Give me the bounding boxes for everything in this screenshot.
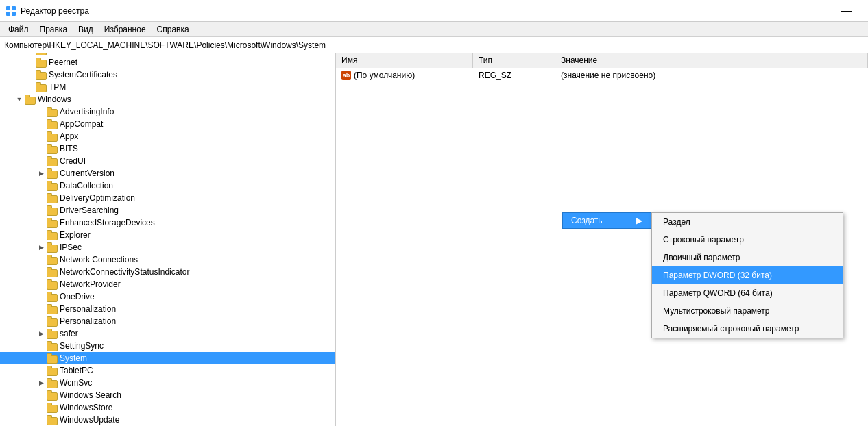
tree-item-onedrive[interactable]: OneDrive — [0, 290, 335, 303]
value-type: REG_SZ — [473, 69, 555, 82]
tree-arrow-networkconn — [36, 253, 47, 266]
tree-label-networkconn: Network Connections — [60, 255, 138, 264]
tree-item-netconnstatus[interactable]: NetworkConnectivityStatusIndicator — [0, 266, 335, 278]
tree-arrow-winupdate — [36, 414, 47, 426]
tree-item-adinfo[interactable]: AdvertisingInfo — [0, 105, 335, 118]
tree-arrow-netconnstatus — [36, 266, 47, 278]
address-bar: Компьютер\HKEY_LOCAL_MACHINE\SOFTWARE\Po… — [0, 37, 868, 53]
tree-arrow-tabletpc — [36, 364, 47, 377]
window-controls: — — [831, 0, 863, 22]
tree-label-deliveryopt: DeliveryOptimization — [60, 193, 135, 203]
tree-item-safer[interactable]: ▶safer — [0, 327, 335, 340]
minimize-button[interactable]: — — [831, 0, 863, 22]
tree-item-explorer[interactable]: Explorer — [0, 229, 335, 241]
tree-arrow-adinfo — [36, 105, 47, 118]
create-menu-item[interactable]: Создать ▶ — [562, 212, 651, 229]
tree-label-safer: safer — [60, 329, 78, 338]
menu-item-избранное[interactable]: Избранное — [99, 23, 152, 36]
folder-icon-personalization2 — [47, 316, 58, 326]
tree-item-personalization2[interactable]: Personalization — [0, 315, 335, 327]
folder-icon-currentversion — [47, 168, 58, 178]
menu-item-вид[interactable]: Вид — [73, 23, 99, 36]
tree-item-bits[interactable]: BITS — [0, 142, 335, 155]
tree-label-tpm: TPM — [49, 82, 66, 92]
tree-item-tpm[interactable]: TPM — [0, 81, 335, 93]
tree-item-wcmsvc[interactable]: ▶WcmSvc — [0, 377, 335, 389]
folder-icon-enhancedstorage — [47, 218, 58, 227]
tree-item-datacollection[interactable]: DataCollection — [0, 179, 335, 192]
tree-arrow-appx — [36, 130, 47, 142]
tree-item-windows[interactable]: ▼Windows — [0, 93, 335, 105]
tree-label-windows: Windows — [38, 95, 71, 104]
tree-item-driversearch[interactable]: DriverSearching — [0, 204, 335, 216]
svg-rect-2 — [6, 12, 10, 16]
tree-label-driversearch: DriverSearching — [60, 205, 119, 215]
menu-item-справка[interactable]: Справка — [152, 23, 195, 36]
menu-item-правка[interactable]: Правка — [34, 23, 73, 36]
tree-label-systemcerts: SystemCertificates — [49, 70, 117, 79]
context-menu: Создать ▶ РазделСтроковый параметрДвоичн… — [562, 212, 651, 229]
tree-label-personalization1: Personalization — [60, 304, 116, 314]
tree-label-ipsec: IPSec — [60, 242, 82, 252]
tree-item-netprovider[interactable]: NetworkProvider — [0, 278, 335, 290]
tree-item-tabletpc[interactable]: TabletPC — [0, 364, 335, 377]
ctx-item-string[interactable]: Строковый параметр — [652, 231, 843, 249]
col-header-name: Имя — [336, 53, 473, 68]
tree-item-peernet[interactable]: Peernet — [0, 56, 335, 68]
tree-item-networkconn[interactable]: Network Connections — [0, 253, 335, 266]
ctx-item-dword32[interactable]: Параметр DWORD (32 бита) — [652, 266, 843, 284]
svg-rect-0 — [6, 6, 10, 10]
tree-arrow-explorer — [36, 229, 47, 241]
folder-icon-credui — [47, 156, 58, 166]
tree-item-appcompat[interactable]: AppCompat — [0, 118, 335, 130]
ctx-item-binary[interactable]: Двоичный параметр — [652, 249, 843, 266]
tree-item-deliveryopt[interactable]: DeliveryOptimization — [0, 192, 335, 204]
folder-icon-onedrive — [47, 292, 58, 301]
ctx-item-razdel[interactable]: Раздел — [652, 213, 843, 231]
menu-bar: ФайлПравкаВидИзбранноеСправка — [0, 22, 868, 37]
tree-item-system[interactable]: System — [0, 352, 335, 364]
folder-icon-driversearch — [47, 205, 58, 215]
folder-icon-wcmsvc — [47, 378, 58, 388]
svg-rect-3 — [12, 12, 16, 16]
tree-arrow-personalization1 — [36, 303, 47, 315]
tree-item-settingsync[interactable]: SettingSync — [0, 340, 335, 352]
tree-arrow-appcompat — [36, 118, 47, 130]
svg-rect-1 — [12, 6, 16, 10]
tree-label-appcompat: AppCompat — [60, 119, 103, 129]
folder-icon-networkconn — [47, 255, 58, 264]
tree-item-credui[interactable]: CredUI — [0, 155, 335, 167]
tree-arrow-winsearch — [36, 389, 47, 401]
tree-item-winupdate[interactable]: WindowsUpdate — [0, 414, 335, 426]
folder-icon-settingsync — [47, 341, 58, 351]
tree-item-enhancedstorage[interactable]: EnhancedStorageDevices — [0, 216, 335, 229]
tree-item-personalization1[interactable]: Personalization — [0, 303, 335, 315]
tree-item-ipsec[interactable]: ▶IPSec — [0, 241, 335, 253]
registry-tree[interactable]: PeerDistPeernetSystemCertificatesTPM▼Win… — [0, 53, 336, 426]
folder-icon-winstore — [47, 403, 58, 412]
tree-label-tabletpc: TabletPC — [60, 366, 93, 375]
tree-item-winstore[interactable]: WindowsStore — [0, 401, 335, 414]
title-bar: Редактор реестра — — [0, 0, 868, 22]
tree-label-settingsync: SettingSync — [60, 341, 104, 351]
tree-label-credui: CredUI — [60, 156, 86, 166]
tree-item-currentversion[interactable]: ▶CurrentVersion — [0, 167, 335, 179]
tree-label-enhancedstorage: EnhancedStorageDevices — [60, 218, 155, 227]
folder-icon-deliveryopt — [47, 193, 58, 203]
tree-arrow-windows: ▼ — [14, 93, 25, 105]
col-header-type: Тип — [473, 53, 555, 68]
tree-label-personalization2: Personalization — [60, 316, 116, 326]
col-header-value: Значение — [555, 53, 868, 68]
ctx-item-qword64[interactable]: Параметр QWORD (64 бита) — [652, 284, 843, 302]
tree-item-winsearch[interactable]: Windows Search — [0, 389, 335, 401]
tree-label-peerdist: PeerDist — [49, 53, 80, 55]
menu-item-файл[interactable]: Файл — [3, 23, 34, 36]
tree-label-netconnstatus: NetworkConnectivityStatusIndicator — [60, 267, 189, 277]
ctx-item-multistr[interactable]: Мультистроковый параметр — [652, 302, 843, 320]
tree-item-systemcerts[interactable]: SystemCertificates — [0, 68, 335, 81]
value-row[interactable]: ab (По умолчанию) REG_SZ (значение не пр… — [336, 68, 868, 82]
folder-icon-bits — [47, 144, 58, 153]
tree-item-appx[interactable]: Appx — [0, 130, 335, 142]
folder-icon-tabletpc — [47, 366, 58, 375]
ctx-item-expandstr[interactable]: Расширяемый строковый параметр — [652, 320, 843, 338]
